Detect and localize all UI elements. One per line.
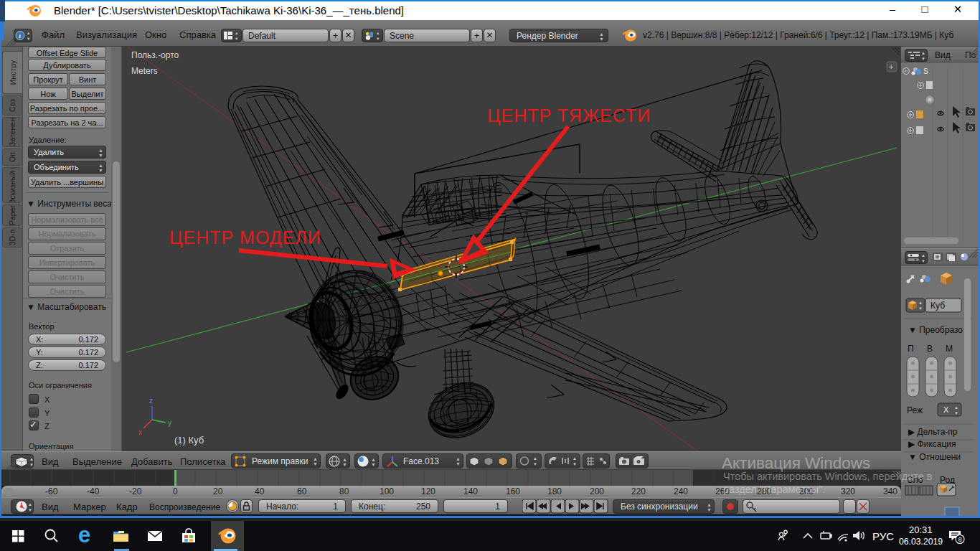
svg-text:ЦЕНТР МОДЕЛИ: ЦЕНТР МОДЕЛИ <box>169 227 321 248</box>
svg-text:▲: ▲ <box>573 456 577 461</box>
svg-text:▲: ▲ <box>27 31 30 35</box>
svg-text:▲: ▲ <box>533 456 537 461</box>
svg-text:▼: ▼ <box>921 259 925 263</box>
svg-text:20:31: 20:31 <box>909 524 933 535</box>
svg-text:▼: ▼ <box>573 462 577 466</box>
svg-text:▶ Дельта-пр: ▶ Дельта-пр <box>908 427 958 437</box>
svg-text:▼: ▼ <box>235 37 238 41</box>
svg-text:▼: ▼ <box>29 463 33 467</box>
svg-text:Польз.-орто: Польз.-орто <box>131 50 179 60</box>
svg-text:06.03.2019: 06.03.2019 <box>899 537 943 547</box>
svg-text:y: y <box>168 419 171 427</box>
svg-text:z: z <box>149 397 153 405</box>
svg-text:▲: ▲ <box>954 405 958 410</box>
svg-text:▲: ▲ <box>29 457 33 461</box>
svg-text:▼: ▼ <box>533 462 537 466</box>
svg-text:▼: ▼ <box>27 37 30 41</box>
svg-text:(1) Куб: (1) Куб <box>174 435 204 446</box>
svg-text:▲: ▲ <box>918 301 923 305</box>
svg-text:▼ Отношени: ▼ Отношени <box>908 452 961 462</box>
svg-text:X: X <box>943 405 949 414</box>
svg-text:▶ Фиксация: ▶ Фиксация <box>908 439 956 449</box>
svg-text:x: x <box>138 428 142 436</box>
svg-text:М: М <box>946 344 953 354</box>
svg-text:▼: ▼ <box>28 508 32 512</box>
svg-text:▼ Преобразо: ▼ Преобразо <box>908 325 963 335</box>
svg-text:Куб: Куб <box>930 301 945 311</box>
svg-text:+: + <box>889 62 893 71</box>
svg-text:РУС: РУС <box>872 530 894 542</box>
svg-text:▼: ▼ <box>954 411 958 415</box>
svg-text:В: В <box>927 344 933 354</box>
svg-text:▲: ▲ <box>921 51 925 55</box>
svg-text:▲: ▲ <box>235 31 238 35</box>
svg-text:▼: ▼ <box>918 306 923 311</box>
svg-text:▲: ▲ <box>376 31 380 35</box>
svg-text:Реж: Реж <box>907 405 923 415</box>
svg-text:▼: ▼ <box>376 37 380 41</box>
svg-text:ЦЕНТР ТЯЖЕСТИ: ЦЕНТР ТЯЖЕСТИ <box>487 105 651 126</box>
svg-text:▼: ▼ <box>921 57 925 61</box>
svg-text:Meters: Meters <box>131 66 158 76</box>
svg-text:▲: ▲ <box>28 502 32 507</box>
svg-text:▲: ▲ <box>921 253 925 258</box>
svg-text:e: e <box>78 522 90 547</box>
svg-text:8: 8 <box>958 536 962 543</box>
svg-text:S: S <box>923 67 928 75</box>
svg-text:П: П <box>908 344 914 354</box>
